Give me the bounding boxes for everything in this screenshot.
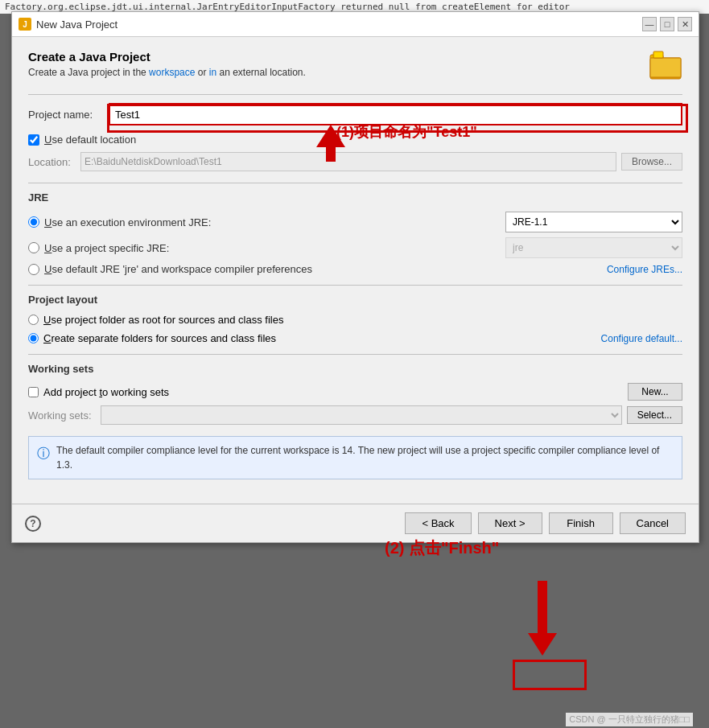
layout-separate-label[interactable]: Create separate folders for sources and … bbox=[43, 332, 276, 344]
configure-default-link[interactable]: Configure default... bbox=[601, 333, 682, 344]
jre-radio2-left: Use a project specific JRE: bbox=[28, 242, 169, 254]
header-text: Create a Java Project Create a Java proj… bbox=[28, 50, 306, 78]
next-button[interactable]: Next > bbox=[478, 512, 542, 534]
info-icon: ⓘ bbox=[37, 444, 50, 463]
add-to-ws-checkbox[interactable] bbox=[28, 387, 39, 397]
jre-section-header: JRE bbox=[28, 191, 682, 204]
location-row: Location: Browse... bbox=[28, 152, 682, 171]
workspace-link[interactable]: workspace bbox=[149, 67, 195, 78]
new-java-project-dialog: J New Java Project — □ ✕ Create a Java P… bbox=[11, 11, 699, 543]
divider-3 bbox=[28, 285, 682, 286]
in-link[interactable]: in bbox=[209, 67, 216, 78]
dialog-content: Create a Java Project Create a Java proj… bbox=[12, 37, 699, 504]
dialog-title: New Java Project bbox=[36, 19, 117, 31]
annotation-2-arrow bbox=[528, 581, 557, 656]
working-sets-select[interactable] bbox=[101, 405, 622, 425]
jre-default-label[interactable]: Use default JRE 'jre' and workspace comp… bbox=[44, 263, 312, 275]
jre-radio1-left: Use an execution environment JRE: bbox=[28, 216, 211, 228]
add-to-ws-label[interactable]: Add project to working sets bbox=[43, 386, 169, 398]
layout-radio2-row: Create separate folders for sources and … bbox=[28, 332, 682, 344]
jre-radio2-row: Use a project specific JRE: jre bbox=[28, 237, 682, 258]
info-box: ⓘ The default compiler compliance level … bbox=[28, 436, 682, 479]
default-location-checkbox-row: Use default location bbox=[28, 134, 682, 146]
project-name-row: Project name: bbox=[28, 103, 682, 125]
jre-section: JRE Use an execution environment JRE: JR… bbox=[28, 191, 682, 275]
layout-folder-label[interactable]: Use project folder as root for sources a… bbox=[43, 314, 283, 326]
default-location-label[interactable]: Use default location bbox=[44, 134, 136, 146]
csdn-watermark: CSDN @ 一只特立独行的猪□□ bbox=[566, 713, 693, 726]
svg-rect-3 bbox=[653, 51, 663, 58]
project-name-label: Project name: bbox=[28, 109, 109, 121]
jre-radio3-left: Use default JRE 'jre' and workspace comp… bbox=[28, 263, 312, 275]
bottom-bar: ? < Back Next > Finish Cancel bbox=[12, 504, 699, 542]
jre-specific-radio[interactable] bbox=[28, 242, 39, 253]
help-button[interactable]: ? bbox=[25, 516, 41, 532]
layout-radio1-row: Use project folder as root for sources a… bbox=[28, 314, 682, 326]
jre-specific-select[interactable]: jre bbox=[505, 237, 682, 258]
titlebar-left: J New Java Project bbox=[19, 18, 117, 31]
jre-radio3-row: Use default JRE 'jre' and workspace comp… bbox=[28, 263, 682, 275]
jre-env-label[interactable]: Use an execution environment JRE: bbox=[44, 216, 211, 228]
bottom-right: < Back Next > Finish Cancel bbox=[405, 512, 686, 534]
jre-env-radio[interactable] bbox=[28, 216, 39, 228]
working-sets-checkbox-row: Add project to working sets New... bbox=[28, 383, 682, 401]
jre-specific-label[interactable]: Use a project specific JRE: bbox=[44, 242, 169, 254]
info-text: The default compiler compliance level fo… bbox=[56, 443, 674, 472]
svg-rect-2 bbox=[650, 58, 681, 77]
cancel-button[interactable]: Cancel bbox=[620, 512, 686, 534]
new-working-set-button[interactable]: New... bbox=[628, 383, 682, 401]
titlebar: J New Java Project — □ ✕ bbox=[12, 12, 699, 37]
location-label: Location: bbox=[28, 156, 80, 168]
working-sets-section: Working sets Add project to working sets… bbox=[28, 363, 682, 425]
back-button[interactable]: < Back bbox=[405, 512, 471, 534]
minimize-button[interactable]: — bbox=[642, 17, 657, 31]
layout-folder-radio[interactable] bbox=[28, 315, 39, 325]
jre-default-radio[interactable] bbox=[28, 264, 39, 275]
red-box-finish bbox=[513, 660, 587, 690]
browse-button[interactable]: Browse... bbox=[621, 153, 682, 171]
divider-2 bbox=[28, 183, 682, 183]
layout-radio2-left: Create separate folders for sources and … bbox=[28, 332, 276, 344]
header-icon bbox=[649, 50, 682, 83]
close-button[interactable]: ✕ bbox=[678, 17, 692, 31]
project-name-input[interactable] bbox=[109, 103, 682, 125]
jre-env-select[interactable]: JRE-1.1 bbox=[505, 212, 682, 232]
add-to-ws-left: Add project to working sets bbox=[28, 386, 169, 398]
ws-label: Working sets: bbox=[28, 409, 101, 422]
jre-radio1-row: Use an execution environment JRE: JRE-1.… bbox=[28, 212, 682, 232]
titlebar-controls: — □ ✕ bbox=[642, 17, 692, 31]
select-working-set-button[interactable]: Select... bbox=[627, 406, 682, 424]
working-sets-header: Working sets bbox=[28, 363, 682, 375]
divider-4 bbox=[28, 354, 682, 355]
project-layout-section: Project layout Use project folder as roo… bbox=[28, 294, 682, 344]
default-location-checkbox[interactable] bbox=[28, 134, 39, 146]
dialog-header: Create a Java Project Create a Java proj… bbox=[28, 50, 682, 83]
bottom-left: ? bbox=[25, 516, 41, 532]
layout-separate-radio[interactable] bbox=[28, 333, 39, 343]
arrow-down-shaft bbox=[538, 581, 547, 633]
folder-icon bbox=[649, 50, 682, 80]
header-title: Create a Java Project bbox=[28, 50, 306, 64]
configure-jres-link[interactable]: Configure JREs... bbox=[607, 264, 682, 275]
arrow-down-head bbox=[528, 633, 557, 656]
header-description: Create a Java project in the workspace o… bbox=[28, 67, 306, 78]
location-input[interactable] bbox=[80, 152, 616, 171]
maximize-button[interactable]: □ bbox=[660, 17, 674, 31]
dialog-icon: J bbox=[19, 18, 31, 31]
layout-section-header: Project layout bbox=[28, 294, 682, 306]
divider-1 bbox=[28, 94, 682, 95]
finish-button[interactable]: Finish bbox=[549, 512, 613, 534]
working-sets-input-row: Working sets: Select... bbox=[28, 405, 682, 425]
